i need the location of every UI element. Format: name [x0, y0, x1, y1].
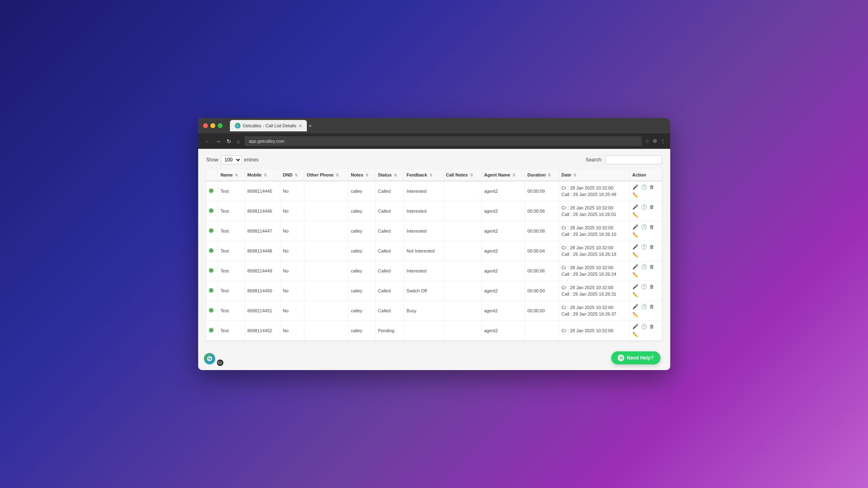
row-dot-cell — [206, 221, 218, 241]
action-row-bottom: ✏️ — [632, 212, 638, 218]
title-bar: G Getcalley - Call List Details ✕ + — [198, 118, 670, 133]
row-date-call: Call : 29 Jan 2025 16:26:19 — [562, 251, 627, 258]
new-tab-button[interactable]: + — [308, 122, 312, 129]
edit-icon[interactable]: ✏️ — [632, 292, 638, 298]
row-duration: 00:00:06 — [525, 261, 559, 281]
delete-icon[interactable]: 🗑 — [649, 184, 654, 190]
need-help-button[interactable]: W Need Help? — [611, 351, 660, 364]
edit-icon[interactable]: ✏️ — [632, 232, 638, 238]
col-dnd[interactable]: DND ⇅ — [280, 169, 304, 181]
minimize-window-button[interactable] — [210, 123, 215, 128]
col-agent-name[interactable]: Agent Name ⇅ — [481, 169, 525, 181]
action-icons: 🎤 🕐 🗑 ✏️ — [632, 224, 659, 238]
clock-icon[interactable]: 🕐 — [641, 264, 647, 270]
back-button[interactable]: ← — [203, 137, 212, 145]
row-name: Test — [218, 281, 245, 301]
row-notes: calley — [348, 281, 376, 301]
delete-icon[interactable]: 🗑 — [649, 204, 654, 210]
status-dot — [209, 208, 214, 213]
table-row: Test 8698114452 No calley Pending agent2… — [206, 321, 662, 341]
action-row-bottom: ✏️ — [632, 252, 638, 258]
table-row: Test 8698114451 No calley Called Busy ag… — [206, 301, 662, 321]
row-duration: 00:00:00 — [525, 281, 559, 301]
delete-icon[interactable]: 🗑 — [649, 244, 654, 250]
bookmark-icon[interactable]: ☆ — [645, 138, 649, 144]
col-call-notes[interactable]: Call Notes ⇅ — [443, 169, 481, 181]
home-button[interactable]: ⌂ — [235, 137, 242, 145]
microphone-icon[interactable]: 🎤 — [632, 304, 638, 309]
clock-icon[interactable]: 🕐 — [641, 224, 647, 230]
col-status[interactable]: Status ⇅ — [375, 169, 404, 181]
clock-icon[interactable]: 🕐 — [641, 244, 647, 250]
col-feedback[interactable]: Feedback ⇅ — [404, 169, 444, 181]
microphone-icon[interactable]: 🎤 — [632, 184, 638, 190]
entries-select[interactable]: 100 25 50 — [221, 155, 242, 164]
address-input[interactable] — [245, 136, 641, 146]
col-action: Action — [630, 169, 662, 181]
edit-icon[interactable]: ✏️ — [632, 272, 638, 278]
delete-icon[interactable]: 🗑 — [649, 264, 654, 270]
microphone-icon[interactable]: 🎤 — [632, 244, 638, 250]
row-date-cr: Cr : 28 Jan 2025 10:32:00 — [562, 327, 627, 334]
menu-icon[interactable]: ⋮ — [660, 138, 665, 144]
row-mobile: 8698114446 — [245, 201, 280, 221]
row-date: Cr : 28 Jan 2025 10:32:00 Call : 29 Jan … — [559, 301, 630, 321]
row-date-call: Call : 29 Jan 2025 16:25:49 — [562, 191, 627, 198]
row-actions: 🎤 🕐 🗑 ✏️ — [630, 201, 662, 221]
delete-icon[interactable]: 🗑 — [649, 304, 654, 309]
row-date-cr: Cr : 28 Jan 2025 10:32:00 — [562, 185, 627, 192]
microphone-icon[interactable]: 🎤 — [632, 324, 638, 329]
col-notes[interactable]: Notes ⇅ — [348, 169, 376, 181]
delete-icon[interactable]: 🗑 — [649, 324, 654, 329]
row-dnd: No — [280, 301, 304, 321]
row-notes: calley — [348, 261, 376, 281]
tab-favicon: G — [235, 123, 241, 129]
clock-icon[interactable]: 🕐 — [641, 184, 647, 190]
edit-icon[interactable]: ✏️ — [632, 252, 638, 258]
row-mobile: 8698114448 — [245, 241, 280, 261]
delete-icon[interactable]: 🗑 — [649, 224, 654, 230]
clock-icon[interactable]: 🕐 — [641, 204, 647, 210]
microphone-icon[interactable]: 🎤 — [632, 224, 638, 230]
edit-icon[interactable]: ✏️ — [632, 192, 638, 198]
microphone-icon[interactable]: 🎤 — [632, 264, 638, 270]
edit-icon[interactable]: ✏️ — [632, 332, 638, 338]
microphone-icon[interactable]: 🎤 — [632, 204, 638, 210]
action-row-top: 🎤 🕐 🗑 — [632, 224, 654, 230]
table-body: Test 8698114445 No calley Called Interes… — [206, 181, 662, 341]
col-mobile[interactable]: Mobile ⇅ — [245, 169, 280, 181]
delete-icon[interactable]: 🗑 — [649, 284, 654, 290]
forward-button[interactable]: → — [214, 137, 223, 145]
clock-icon[interactable]: 🕐 — [641, 304, 647, 309]
row-duration: 00:00:06 — [525, 201, 559, 221]
row-feedback: Switch Off — [404, 281, 444, 301]
col-date[interactable]: Date ⇅ — [559, 169, 630, 181]
col-other-phone[interactable]: Other Phone ⇅ — [304, 169, 348, 181]
reload-button[interactable]: ↻ — [225, 137, 233, 145]
maximize-window-button[interactable] — [218, 123, 223, 128]
action-icons: 🎤 🕐 🗑 ✏️ — [632, 264, 659, 278]
row-notes: calley — [348, 241, 376, 261]
row-other-phone — [304, 241, 348, 261]
edit-icon[interactable]: ✏️ — [632, 212, 638, 218]
row-call-notes — [443, 181, 481, 201]
row-name: Test — [218, 261, 245, 281]
row-dot-cell — [206, 261, 218, 281]
close-window-button[interactable] — [203, 123, 208, 128]
active-tab[interactable]: G Getcalley - Call List Details ✕ — [230, 120, 307, 131]
row-other-phone — [304, 261, 348, 281]
clock-icon[interactable]: 🕐 — [641, 324, 647, 329]
status-dot — [209, 188, 214, 193]
row-other-phone — [304, 321, 348, 341]
row-call-notes — [443, 321, 481, 341]
row-date-call: Call : 29 Jan 2025 16:26:24 — [562, 271, 627, 278]
col-name[interactable]: Name ⇅ — [218, 169, 245, 181]
edit-icon[interactable]: ✏️ — [632, 312, 638, 318]
extensions-icon[interactable]: ⚙ — [653, 138, 657, 144]
clock-icon[interactable]: 🕐 — [641, 284, 647, 290]
search-input[interactable] — [605, 155, 662, 164]
tab-close-button[interactable]: ✕ — [299, 124, 302, 128]
row-duration: 00:00:04 — [525, 241, 559, 261]
microphone-icon[interactable]: 🎤 — [632, 284, 638, 290]
col-duration[interactable]: Duration ⇅ — [525, 169, 559, 181]
